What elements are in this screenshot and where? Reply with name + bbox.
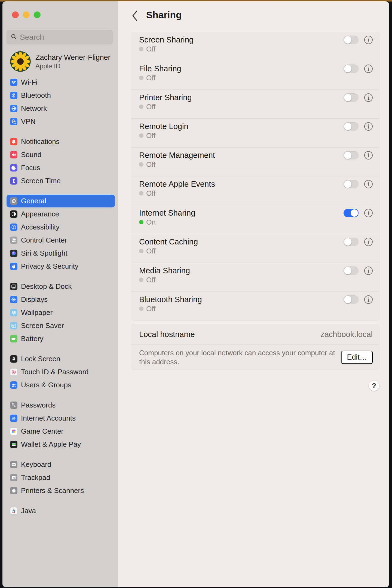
status-dot bbox=[139, 278, 143, 282]
sidebar-item-label: VPN bbox=[21, 117, 35, 126]
avatar bbox=[10, 51, 31, 72]
appearance-contrast-icon bbox=[10, 210, 17, 218]
svg-text:@: @ bbox=[12, 416, 16, 420]
sharing-row-remote-apple-events: Remote Apple Events Off i bbox=[131, 176, 379, 205]
bluetooth-sharing-toggle[interactable] bbox=[344, 295, 359, 304]
remote-management-info-button[interactable]: i bbox=[364, 151, 373, 160]
screen-sharing-info-button[interactable]: i bbox=[364, 36, 373, 44]
internet-sharing-info-button[interactable]: i bbox=[364, 209, 373, 217]
media-sharing-toggle[interactable] bbox=[344, 267, 359, 275]
local-hostname-value: zachbook.local bbox=[320, 330, 373, 339]
siri-orb-icon bbox=[10, 250, 17, 257]
sun-icon bbox=[10, 296, 17, 303]
toggle-knob bbox=[344, 238, 351, 246]
sidebar-item-passwords[interactable]: Passwords bbox=[7, 399, 115, 412]
sidebar-item-lock-screen[interactable]: Lock Screen bbox=[7, 353, 115, 365]
sidebar-item-keyboard[interactable]: Keyboard bbox=[7, 458, 115, 471]
zoom-button[interactable] bbox=[34, 11, 41, 18]
internet-sharing-toggle[interactable] bbox=[344, 209, 359, 217]
content-caching-toggle[interactable] bbox=[344, 238, 359, 246]
sidebar-item-network[interactable]: Network bbox=[7, 102, 115, 115]
sidebar-item-wallpaper[interactable]: Wallpaper bbox=[7, 306, 115, 319]
profile-name: Zachary Wener-Fligner bbox=[35, 53, 111, 62]
screen-sharing-toggle[interactable] bbox=[344, 36, 359, 44]
remote-apple-events-info-button[interactable]: i bbox=[364, 180, 373, 188]
status-text: Off bbox=[146, 247, 155, 255]
sidebar-item-label: Bluetooth bbox=[21, 91, 51, 100]
row-title: Media Sharing bbox=[139, 266, 190, 275]
sidebar-item-notifications[interactable]: Notifications bbox=[7, 135, 115, 148]
help-button[interactable]: ? bbox=[369, 381, 379, 391]
bell-icon bbox=[10, 138, 17, 145]
sidebar-item-control-center[interactable]: Control Center bbox=[7, 234, 115, 247]
file-sharing-info-button[interactable]: i bbox=[364, 65, 373, 73]
sidebar-item-screen-time[interactable]: Screen Time bbox=[7, 174, 115, 187]
sidebar-item-general[interactable]: General bbox=[7, 195, 115, 207]
sidebar-item-trackpad[interactable]: Trackpad bbox=[7, 471, 115, 484]
vpn-globe-icon bbox=[10, 118, 17, 125]
sidebar-item-java[interactable]: Java bbox=[7, 504, 115, 517]
media-sharing-info-button[interactable]: i bbox=[364, 267, 373, 275]
sidebar-item-label: General bbox=[21, 197, 46, 205]
status-dot bbox=[139, 249, 143, 253]
status-dot bbox=[139, 133, 143, 138]
minimize-button[interactable] bbox=[23, 11, 30, 18]
toggle-knob bbox=[344, 36, 351, 44]
sidebar-item-screen-saver[interactable]: Screen Saver bbox=[7, 319, 115, 332]
sidebar-item-battery[interactable]: Battery bbox=[7, 332, 115, 345]
sharing-row-file-sharing: File Sharing Off i bbox=[131, 61, 379, 90]
remote-apple-events-toggle[interactable] bbox=[344, 180, 359, 188]
sidebar-item-label: Battery bbox=[21, 335, 43, 343]
battery-icon bbox=[10, 335, 17, 342]
sidebar-item-game-center[interactable]: Game Center bbox=[7, 425, 115, 438]
sidebar-item-displays[interactable]: Displays bbox=[7, 293, 115, 306]
remote-login-info-button[interactable]: i bbox=[364, 122, 373, 131]
apple-id-profile[interactable]: Zachary Wener-Fligner Apple ID bbox=[10, 51, 111, 72]
sidebar-item-appearance[interactable]: Appearance bbox=[7, 208, 115, 220]
file-sharing-toggle[interactable] bbox=[344, 65, 359, 73]
printer-sharing-info-button[interactable]: i bbox=[364, 93, 373, 102]
sidebar-item-bluetooth[interactable]: Bluetooth bbox=[7, 89, 115, 102]
sidebar-item-wifi[interactable]: Wi-Fi bbox=[7, 76, 115, 89]
sidebar-item-siri-spotlight[interactable]: Siri & Spotlight bbox=[7, 247, 115, 260]
sidebar-item-accessibility[interactable]: Accessibility bbox=[7, 221, 115, 234]
printer-sharing-toggle[interactable] bbox=[344, 93, 359, 102]
row-title: Remote Management bbox=[139, 151, 215, 160]
sidebar-item-privacy-security[interactable]: Privacy & Security bbox=[7, 260, 115, 273]
sidebar-item-touch-id-password[interactable]: Touch ID & Password bbox=[7, 366, 115, 378]
sidebar-item-internet-accounts[interactable]: @ Internet Accounts bbox=[7, 412, 115, 425]
hourglass-icon bbox=[10, 177, 17, 185]
status-dot bbox=[139, 76, 143, 80]
accessibility-person-icon bbox=[10, 223, 17, 231]
remote-management-toggle[interactable] bbox=[344, 151, 359, 160]
system-settings-window: Search bbox=[2, 1, 389, 587]
sharing-row-printer-sharing: Printer Sharing Off i bbox=[131, 90, 379, 119]
remote-login-toggle[interactable] bbox=[344, 122, 359, 131]
page-header: Sharing bbox=[118, 1, 389, 32]
search-input[interactable]: Search bbox=[7, 30, 113, 44]
keyboard-icon bbox=[10, 461, 17, 468]
sidebar-item-label: Touch ID & Password bbox=[21, 368, 89, 376]
sidebar-item-sound[interactable]: Sound bbox=[7, 148, 115, 161]
sidebar: Search bbox=[2, 1, 118, 587]
row-title: File Sharing bbox=[139, 64, 181, 73]
sidebar-item-printers-scanners[interactable]: Printers & Scanners bbox=[7, 484, 115, 497]
sidebar-item-label: Java bbox=[21, 507, 36, 515]
crescent-moon-icon bbox=[10, 164, 17, 171]
status-text: Off bbox=[146, 45, 155, 53]
edit-hostname-button[interactable]: Edit… bbox=[341, 351, 373, 364]
content-caching-info-button[interactable]: i bbox=[364, 238, 373, 246]
back-button[interactable] bbox=[130, 9, 139, 23]
sidebar-item-vpn[interactable]: VPN bbox=[7, 115, 115, 128]
status-text: Off bbox=[146, 131, 155, 140]
screensaver-icon bbox=[10, 322, 17, 329]
sidebar-item-focus[interactable]: Focus bbox=[7, 161, 115, 174]
row-title: Remote Apple Events bbox=[139, 179, 215, 189]
close-button[interactable] bbox=[12, 11, 19, 18]
bluetooth-sharing-info-button[interactable]: i bbox=[364, 295, 373, 304]
sidebar-item-desktop-dock[interactable]: Desktop & Dock bbox=[7, 280, 115, 293]
row-title: Screen Sharing bbox=[139, 35, 194, 44]
sidebar-item-wallet-apple-pay[interactable]: Wallet & Apple Pay bbox=[7, 438, 115, 451]
status-text: Off bbox=[146, 160, 155, 169]
sidebar-item-users-groups[interactable]: Users & Groups bbox=[7, 379, 115, 391]
